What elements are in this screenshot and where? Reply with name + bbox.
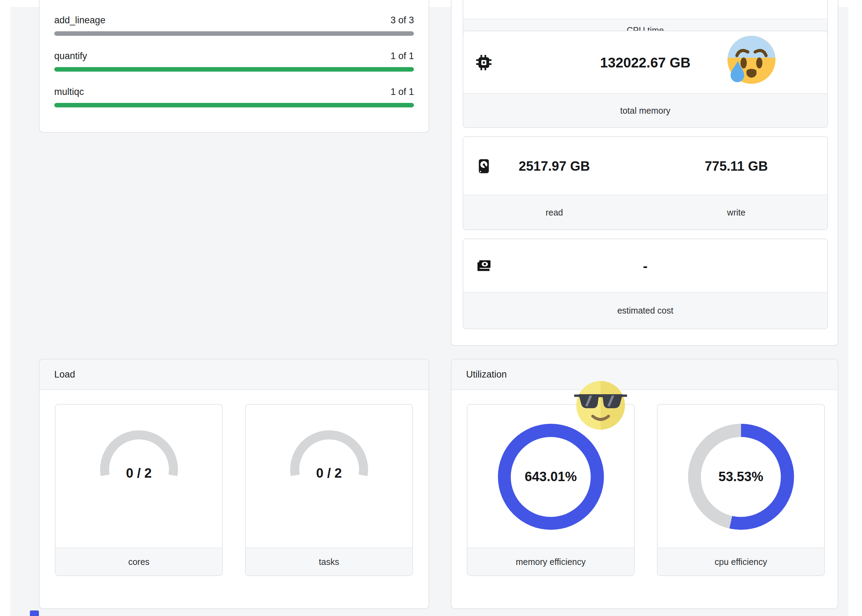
cores-label: cores [56,547,222,575]
cores-gauge: 0 / 2 [56,405,222,549]
process-row-add-lineage[interactable]: add_lineage 3 of 3 [54,14,414,36]
donut-ring: 53.53% [688,424,794,530]
memory-efficiency-label: memory efficiency [468,547,634,575]
cpu-efficiency-label: cpu efficiency [658,547,824,575]
process-name: add_lineage [54,14,105,26]
gauge-tile-tasks: 0 / 2 tasks [245,404,413,576]
process-row-multiqc[interactable]: multiqc 1 of 1 [54,86,414,107]
stats-card: CPU time 132022.67 GB total memory [451,0,838,346]
donut-hole: 643.01% [511,437,591,517]
donut-tile-cpu-efficiency: 53.53% cpu efficiency [657,404,825,576]
read-value: 2517.97 GB [518,159,590,174]
load-card: Load 0 / 2 cores 0 / 2 tasks [39,359,429,609]
stat-tile-body: 2517.97 GB 775.11 GB [463,137,827,195]
progress-bar-fill [54,31,414,36]
tasks-gauge: 0 / 2 [246,405,412,549]
stat-tile-estimated-cost: - estimated cost [463,239,828,329]
process-progress-count: 1 of 1 [390,86,414,97]
progress-bar-track [54,67,414,72]
cut-off-blue-element [30,610,39,616]
cpu-efficiency-value: 53.53% [718,469,763,484]
progress-bar-track [54,103,414,107]
stat-tile-label: total memory [463,93,827,127]
utilization-card: Utilization 643.01% [451,359,838,609]
progress-bar-fill [54,103,414,107]
utilization-card-title: Utilization [452,360,838,390]
process-progress-count: 1 of 1 [390,50,414,61]
page: add_lineage 3 of 3 quantify 1 of 1 multi… [0,0,862,616]
estimated-cost-value: - [463,258,827,274]
gauge-tile-cores: 0 / 2 cores [55,404,223,576]
stat-tile-body: - [463,239,827,293]
tasks-gauge-value: 0 / 2 [246,466,412,481]
write-value: 775.11 GB [705,159,768,174]
processes-card: add_lineage 3 of 3 quantify 1 of 1 multi… [39,0,429,133]
stat-tile-labels: read write [463,195,827,229]
donut-hole: 53.53% [701,437,781,517]
memory-efficiency-value: 643.01% [524,469,577,484]
donut-ring: 643.01% [498,424,604,530]
stat-tile-label: estimated cost [463,292,827,328]
cpu-efficiency-donut: 53.53% [658,405,824,549]
cores-gauge-value: 0 / 2 [56,466,222,481]
process-name: quantify [54,50,87,61]
stat-tile-read-write: 2517.97 GB 775.11 GB read write [463,136,828,230]
progress-bar-fill [54,67,414,72]
tasks-label: tasks [246,547,412,575]
hard-drive-icon [476,158,492,174]
process-progress-count: 3 of 3 [390,14,414,26]
progress-bar-track [54,31,414,36]
smiling-face-with-sunglasses-emoji [574,379,627,432]
read-label: read [463,195,645,229]
process-row-quantify[interactable]: quantify 1 of 1 [54,50,414,72]
process-name: multiqc [54,86,84,97]
anxious-face-with-sweat-emoji [725,34,777,86]
write-label: write [645,195,827,229]
load-card-title: Load [39,360,429,390]
stat-tile-body [463,0,827,19]
